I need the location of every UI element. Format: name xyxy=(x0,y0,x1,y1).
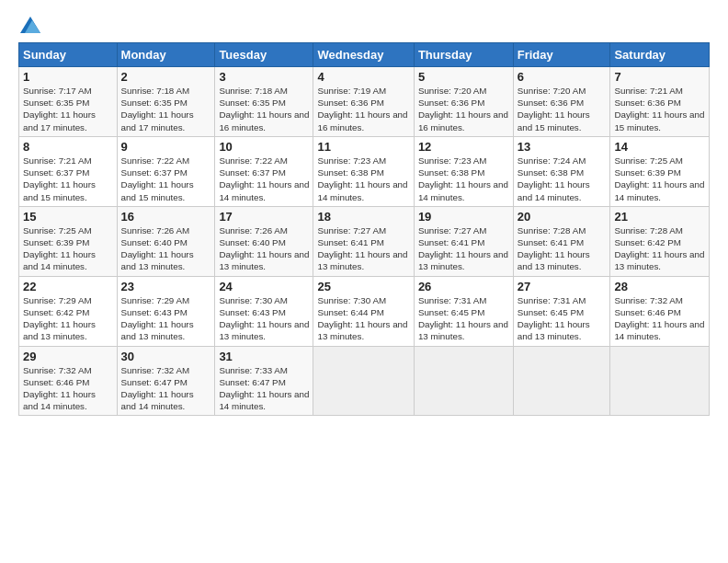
day-number: 16 xyxy=(121,210,211,224)
calendar-cell: 10Sunrise: 7:22 AMSunset: 6:37 PMDayligh… xyxy=(215,136,313,206)
logo-icon xyxy=(20,17,40,33)
calendar-cell: 7Sunrise: 7:21 AMSunset: 6:36 PMDaylight… xyxy=(610,67,710,137)
day-number: 30 xyxy=(121,350,211,363)
calendar-day-header: Tuesday xyxy=(215,43,313,67)
page: SundayMondayTuesdayWednesdayThursdayFrid… xyxy=(0,0,728,563)
day-info: Sunrise: 7:22 AMSunset: 6:37 PMDaylight:… xyxy=(219,155,309,203)
calendar-cell xyxy=(610,346,710,416)
day-number: 4 xyxy=(317,70,409,84)
day-number: 13 xyxy=(518,140,607,154)
day-number: 27 xyxy=(518,280,607,293)
day-info: Sunrise: 7:19 AMSunset: 6:36 PMDaylight:… xyxy=(317,85,409,133)
calendar-cell: 12Sunrise: 7:23 AMSunset: 6:38 PMDayligh… xyxy=(414,136,513,206)
logo-text xyxy=(18,17,40,33)
day-number: 11 xyxy=(317,140,409,154)
calendar-cell: 9Sunrise: 7:22 AMSunset: 6:37 PMDaylight… xyxy=(117,136,215,206)
day-info: Sunrise: 7:23 AMSunset: 6:38 PMDaylight:… xyxy=(418,155,509,203)
calendar-header-row: SundayMondayTuesdayWednesdayThursdayFrid… xyxy=(19,43,710,67)
day-info: Sunrise: 7:30 AMSunset: 6:43 PMDaylight:… xyxy=(219,294,309,343)
calendar-day-header: Monday xyxy=(117,43,215,67)
calendar-cell: 27Sunrise: 7:31 AMSunset: 6:45 PMDayligh… xyxy=(513,276,610,346)
day-info: Sunrise: 7:31 AMSunset: 6:45 PMDaylight:… xyxy=(518,294,607,343)
day-info: Sunrise: 7:32 AMSunset: 6:46 PMDaylight:… xyxy=(614,294,705,343)
day-info: Sunrise: 7:33 AMSunset: 6:47 PMDaylight:… xyxy=(219,364,309,413)
calendar-cell: 25Sunrise: 7:30 AMSunset: 6:44 PMDayligh… xyxy=(313,276,414,346)
day-number: 2 xyxy=(121,70,211,84)
calendar-cell: 15Sunrise: 7:25 AMSunset: 6:39 PMDayligh… xyxy=(19,206,118,276)
day-info: Sunrise: 7:31 AMSunset: 6:45 PMDaylight:… xyxy=(418,294,509,343)
logo xyxy=(18,17,40,33)
day-number: 22 xyxy=(23,280,113,293)
calendar-cell: 22Sunrise: 7:29 AMSunset: 6:42 PMDayligh… xyxy=(19,276,118,346)
calendar-cell: 23Sunrise: 7:29 AMSunset: 6:43 PMDayligh… xyxy=(117,276,215,346)
calendar-day-header: Sunday xyxy=(19,43,118,67)
day-info: Sunrise: 7:32 AMSunset: 6:47 PMDaylight:… xyxy=(121,364,211,413)
calendar-cell: 3Sunrise: 7:18 AMSunset: 6:35 PMDaylight… xyxy=(215,67,313,137)
day-number: 12 xyxy=(418,140,509,154)
calendar-cell: 16Sunrise: 7:26 AMSunset: 6:40 PMDayligh… xyxy=(117,206,215,276)
day-number: 7 xyxy=(614,70,705,84)
day-info: Sunrise: 7:26 AMSunset: 6:40 PMDaylight:… xyxy=(219,224,309,273)
day-number: 6 xyxy=(518,70,607,84)
calendar-cell: 1Sunrise: 7:17 AMSunset: 6:35 PMDaylight… xyxy=(19,67,118,137)
day-info: Sunrise: 7:29 AMSunset: 6:42 PMDaylight:… xyxy=(23,294,113,343)
header xyxy=(18,17,710,33)
day-number: 31 xyxy=(219,350,309,363)
calendar-cell: 26Sunrise: 7:31 AMSunset: 6:45 PMDayligh… xyxy=(414,276,513,346)
day-info: Sunrise: 7:32 AMSunset: 6:46 PMDaylight:… xyxy=(23,364,113,413)
day-info: Sunrise: 7:27 AMSunset: 6:41 PMDaylight:… xyxy=(317,224,409,273)
calendar-cell: 13Sunrise: 7:24 AMSunset: 6:38 PMDayligh… xyxy=(513,136,610,206)
day-number: 5 xyxy=(418,70,509,84)
calendar-cell: 4Sunrise: 7:19 AMSunset: 6:36 PMDaylight… xyxy=(313,67,414,137)
calendar-week-row: 22Sunrise: 7:29 AMSunset: 6:42 PMDayligh… xyxy=(19,276,710,346)
day-number: 14 xyxy=(614,140,705,154)
day-number: 19 xyxy=(418,210,509,224)
day-info: Sunrise: 7:30 AMSunset: 6:44 PMDaylight:… xyxy=(317,294,409,343)
day-number: 17 xyxy=(219,210,309,224)
day-info: Sunrise: 7:25 AMSunset: 6:39 PMDaylight:… xyxy=(614,155,705,203)
day-info: Sunrise: 7:20 AMSunset: 6:36 PMDaylight:… xyxy=(518,85,607,133)
calendar-week-row: 8Sunrise: 7:21 AMSunset: 6:37 PMDaylight… xyxy=(19,136,710,206)
day-number: 25 xyxy=(317,280,409,293)
day-number: 23 xyxy=(121,280,211,293)
day-info: Sunrise: 7:28 AMSunset: 6:42 PMDaylight:… xyxy=(614,224,705,273)
day-info: Sunrise: 7:29 AMSunset: 6:43 PMDaylight:… xyxy=(121,294,211,343)
day-info: Sunrise: 7:28 AMSunset: 6:41 PMDaylight:… xyxy=(518,224,607,273)
day-number: 9 xyxy=(121,140,211,154)
day-info: Sunrise: 7:18 AMSunset: 6:35 PMDaylight:… xyxy=(121,85,211,133)
day-number: 20 xyxy=(518,210,607,224)
calendar-day-header: Friday xyxy=(513,43,610,67)
calendar-cell: 24Sunrise: 7:30 AMSunset: 6:43 PMDayligh… xyxy=(215,276,313,346)
day-number: 21 xyxy=(614,210,705,224)
day-info: Sunrise: 7:20 AMSunset: 6:36 PMDaylight:… xyxy=(418,85,509,133)
day-number: 8 xyxy=(23,140,113,154)
calendar-cell: 11Sunrise: 7:23 AMSunset: 6:38 PMDayligh… xyxy=(313,136,414,206)
calendar-week-row: 29Sunrise: 7:32 AMSunset: 6:46 PMDayligh… xyxy=(19,346,710,416)
calendar-week-row: 1Sunrise: 7:17 AMSunset: 6:35 PMDaylight… xyxy=(19,67,710,137)
day-number: 24 xyxy=(219,280,309,293)
day-info: Sunrise: 7:25 AMSunset: 6:39 PMDaylight:… xyxy=(23,224,113,273)
day-info: Sunrise: 7:22 AMSunset: 6:37 PMDaylight:… xyxy=(121,155,211,203)
day-number: 15 xyxy=(23,210,113,224)
calendar-cell: 21Sunrise: 7:28 AMSunset: 6:42 PMDayligh… xyxy=(610,206,710,276)
day-info: Sunrise: 7:18 AMSunset: 6:35 PMDaylight:… xyxy=(219,85,309,133)
day-info: Sunrise: 7:21 AMSunset: 6:37 PMDaylight:… xyxy=(23,155,113,203)
calendar-table: SundayMondayTuesdayWednesdayThursdayFrid… xyxy=(18,42,710,416)
calendar-cell: 14Sunrise: 7:25 AMSunset: 6:39 PMDayligh… xyxy=(610,136,710,206)
day-number: 26 xyxy=(418,280,509,293)
calendar-cell: 2Sunrise: 7:18 AMSunset: 6:35 PMDaylight… xyxy=(117,67,215,137)
calendar-cell: 28Sunrise: 7:32 AMSunset: 6:46 PMDayligh… xyxy=(610,276,710,346)
day-info: Sunrise: 7:27 AMSunset: 6:41 PMDaylight:… xyxy=(418,224,509,273)
calendar-cell: 20Sunrise: 7:28 AMSunset: 6:41 PMDayligh… xyxy=(513,206,610,276)
calendar-day-header: Wednesday xyxy=(313,43,414,67)
calendar-cell: 17Sunrise: 7:26 AMSunset: 6:40 PMDayligh… xyxy=(215,206,313,276)
calendar-day-header: Thursday xyxy=(414,43,513,67)
day-number: 18 xyxy=(317,210,409,224)
calendar-cell xyxy=(313,346,414,416)
day-info: Sunrise: 7:23 AMSunset: 6:38 PMDaylight:… xyxy=(317,155,409,203)
calendar-day-header: Saturday xyxy=(610,43,710,67)
calendar-cell: 19Sunrise: 7:27 AMSunset: 6:41 PMDayligh… xyxy=(414,206,513,276)
day-number: 3 xyxy=(219,70,309,84)
day-number: 29 xyxy=(23,350,113,363)
calendar-cell: 5Sunrise: 7:20 AMSunset: 6:36 PMDaylight… xyxy=(414,67,513,137)
